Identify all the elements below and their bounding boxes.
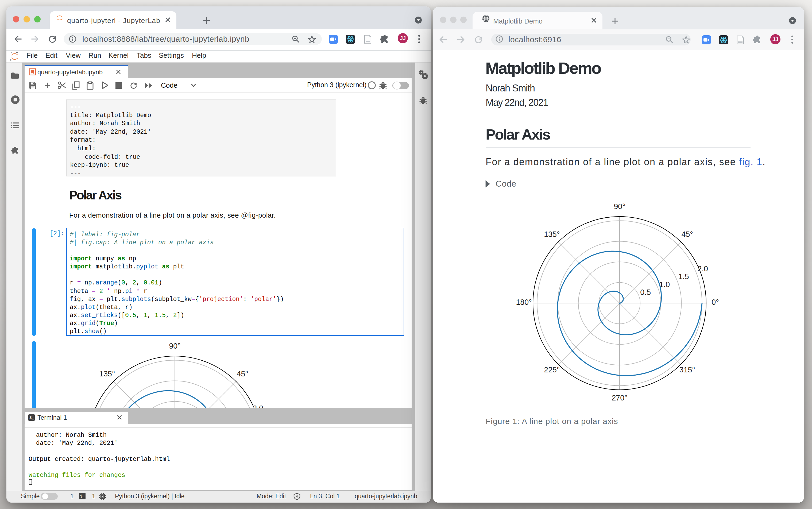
svg-text:135°: 135° xyxy=(544,230,560,238)
svg-text:0°: 0° xyxy=(711,298,719,306)
svg-text:135°: 135° xyxy=(99,369,115,378)
svg-text:45°: 45° xyxy=(681,230,693,238)
svg-text:180°: 180° xyxy=(516,298,532,306)
svg-text:JJ: JJ xyxy=(772,36,778,42)
svg-text:0.5: 0.5 xyxy=(640,288,651,297)
svg-text:315°: 315° xyxy=(679,366,695,374)
svg-text:90°: 90° xyxy=(169,342,180,350)
svg-text:JJ: JJ xyxy=(399,35,405,41)
svg-text:2.0: 2.0 xyxy=(697,264,708,273)
svg-text:90°: 90° xyxy=(614,202,625,211)
svg-text:45°: 45° xyxy=(237,369,248,378)
svg-text:270°: 270° xyxy=(611,394,627,402)
svg-text:1.0: 1.0 xyxy=(659,280,670,289)
svg-text:$_: $_ xyxy=(29,415,34,420)
svg-text:1.5: 1.5 xyxy=(678,272,689,281)
svg-text:225°: 225° xyxy=(544,366,560,374)
svg-text:2.0: 2.0 xyxy=(253,404,263,408)
svg-text:$_: $_ xyxy=(80,494,84,499)
